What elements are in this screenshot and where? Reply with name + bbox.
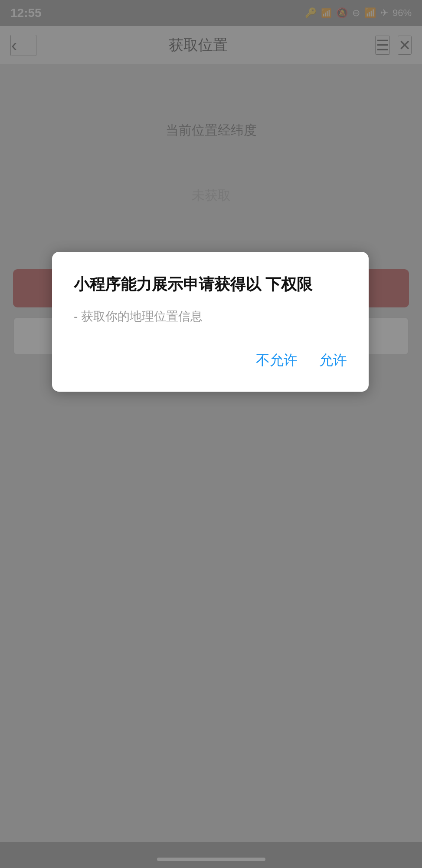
dialog-button-row: 不允许 允许 [74, 347, 347, 374]
dialog-overlay [0, 0, 422, 868]
deny-button[interactable]: 不允许 [256, 347, 298, 374]
dialog-title: 小程序能力展示申请获得以 下权限 [74, 274, 347, 295]
permission-dialog: 小程序能力展示申请获得以 下权限 - 获取你的地理位置信息 不允许 允许 [52, 252, 369, 392]
dialog-permission-text: - 获取你的地理位置信息 [74, 308, 347, 325]
allow-button[interactable]: 允许 [319, 347, 347, 374]
